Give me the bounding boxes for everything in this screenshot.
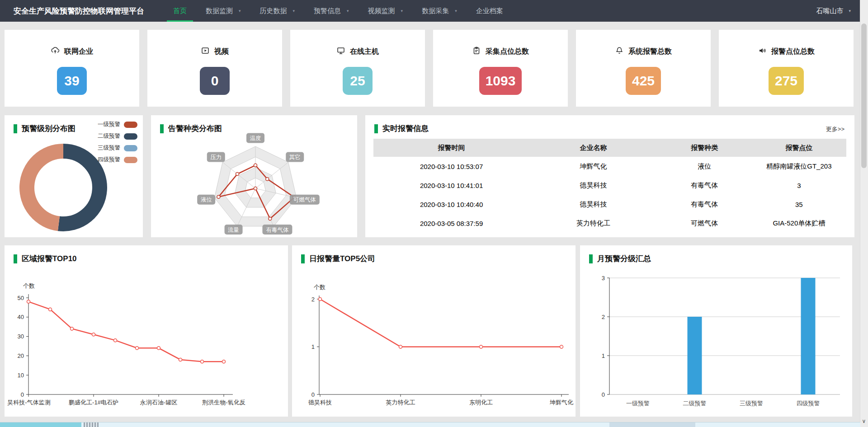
background-window-block [0, 422, 81, 427]
table-row[interactable]: 2020-03-05 08:37:59 英力特化工 可燃气体 GIA-520单体… [373, 214, 846, 233]
stat-title: 报警点位总数 [771, 47, 815, 56]
col-alarm-point: 报警点位 [752, 139, 846, 157]
more-link[interactable]: 更多>> [826, 125, 844, 133]
chevron-down-icon: ▾ [239, 9, 241, 13]
scroll-down-icon[interactable]: ∨ [861, 418, 867, 424]
monitor-icon [336, 46, 345, 57]
alarm-type-panel: 告警种类分布图 温度其它可燃气体有毒气体流量液位压力 [151, 115, 357, 237]
svg-text:0: 0 [602, 391, 605, 398]
svg-text:液位: 液位 [201, 197, 212, 203]
stat-value-badge: 275 [769, 67, 804, 95]
background-window-block [609, 422, 695, 427]
chevron-down-icon: ▾ [347, 9, 349, 13]
nav-item-enterprise-archive[interactable]: 企业档案 [476, 0, 503, 22]
nav-item-data-monitoring[interactable]: 数据监测 ▾ [206, 0, 241, 22]
svg-text:1: 1 [311, 343, 315, 350]
daily-top5-line-chart: 012个数德昊科技英力特化工东明化工坤辉气化 [292, 245, 576, 417]
col-alarm-type: 报警种类 [657, 139, 752, 157]
svg-text:温度: 温度 [250, 135, 261, 141]
stat-value-badge: 425 [626, 67, 661, 95]
legend-item-level1[interactable]: 一级预警 [98, 121, 137, 128]
legend-item-level4[interactable]: 四级预警 [98, 156, 137, 164]
vertical-scrollbar[interactable]: ∨ [860, 0, 868, 427]
svg-text:压力: 压力 [210, 154, 222, 160]
nav-item-video-monitoring[interactable]: 视频监测 ▾ [368, 0, 403, 22]
chevron-down-icon: ▾ [849, 9, 851, 13]
table-row[interactable]: 2020-03-10 10:40:40 德昊科技 有毒气体 35 [373, 195, 846, 214]
legend-swatch [124, 157, 137, 163]
svg-text:二级预警: 二级预警 [683, 400, 707, 407]
background-window-block [84, 422, 99, 427]
legend-swatch [124, 133, 137, 140]
nav-item-warning-info[interactable]: 预警信息 ▾ [314, 0, 349, 22]
green-bar-icon [301, 254, 305, 263]
stat-card-online-hosts: 在线主机 25 [290, 30, 425, 107]
panel-title: 实时报警信息 [374, 123, 429, 134]
stat-value-badge: 1093 [479, 67, 522, 95]
warning-level-panel: 预警级别分布图 一级预警 二级预警 三级预警 四级预警 [5, 115, 143, 237]
stat-title: 联网企业 [64, 47, 93, 56]
legend-swatch [124, 122, 137, 128]
panel-title: 区域报警TOP10 [14, 253, 77, 264]
stat-value-badge: 25 [343, 67, 373, 95]
chevron-down-icon: ▾ [293, 9, 295, 13]
realtime-alarm-panel: 实时报警信息 更多>> 报警时间 企业名称 报警种类 报警点位 2020-03-… [365, 115, 854, 237]
video-icon [201, 46, 210, 57]
bell-icon [615, 46, 624, 57]
panel-title: 告警种类分布图 [160, 123, 222, 134]
stat-card-system-alarms: 系统报警总数 425 [576, 30, 711, 107]
chevron-down-icon: ▾ [455, 9, 457, 13]
monthly-warning-bar-chart: 0123一级预警二级预警三级预警四级预警 [580, 245, 852, 417]
stat-card-videos: 视频 0 [147, 30, 282, 107]
stat-title: 视频 [214, 47, 229, 56]
svg-text:英力特化工: 英力特化工 [386, 399, 415, 406]
nav-item-data-collection[interactable]: 数据采集 ▾ [422, 0, 457, 22]
scrollbar-thumb[interactable] [861, 23, 867, 168]
stat-value-badge: 0 [200, 67, 230, 95]
svg-text:2: 2 [602, 314, 605, 320]
table-header-row: 报警时间 企业名称 报警种类 报警点位 [373, 139, 846, 157]
svg-text:鹏盛化工-1#电石炉: 鹏盛化工-1#电石炉 [69, 399, 118, 406]
chevron-down-icon: ▾ [401, 9, 403, 13]
green-bar-icon [589, 254, 593, 263]
legend-swatch [124, 145, 137, 151]
svg-text:昊科技-气体监测: 昊科技-气体监测 [7, 399, 50, 406]
nav-item-history-data[interactable]: 历史数据 ▾ [260, 0, 295, 22]
svg-text:可燃气体: 可燃气体 [293, 197, 316, 203]
table-row[interactable]: 2020-03-10 10:41:01 德昊科技 有毒气体 3 [373, 176, 846, 195]
stat-card-row: 联网企业 39 视频 0 [5, 30, 854, 107]
green-bar-icon [14, 254, 17, 263]
svg-text:40: 40 [18, 314, 24, 320]
svg-text:10: 10 [18, 372, 24, 379]
svg-text:永润石油-罐区: 永润石油-罐区 [140, 399, 177, 406]
svg-text:个数: 个数 [314, 284, 326, 291]
svg-text:0: 0 [311, 391, 315, 398]
col-company: 企业名称 [529, 139, 657, 157]
region-selector[interactable]: 石嘴山市 ▾ [816, 7, 851, 15]
stat-card-alarm-points: 报警点位总数 275 [719, 30, 854, 107]
svg-text:50: 50 [18, 295, 24, 301]
monthly-warning-panel: 月预警分级汇总 0123一级预警二级预警三级预警四级预警 [580, 245, 852, 417]
stat-title: 在线主机 [350, 47, 379, 56]
legend-item-level3[interactable]: 三级预警 [98, 144, 137, 152]
region-top10-panel: 区域报警TOP10 01020304050个数昊科技-气体监测鹏盛化工-1#电石… [5, 245, 288, 417]
svg-text:一级预警: 一级预警 [626, 400, 650, 407]
svg-text:荆洪生物-氧化反: 荆洪生物-氧化反 [202, 399, 245, 406]
svg-text:流量: 流量 [228, 227, 239, 233]
cloud-upload-icon [51, 46, 60, 57]
dashboard-page: 安全生产风险预警防控物联网管理平台 首页 数据监测 ▾ 历史数据 ▾ 预警信息 … [0, 0, 868, 427]
realtime-alarm-table: 报警时间 企业名称 报警种类 报警点位 2020-03-10 10:53:07 … [373, 139, 846, 233]
main-menu: 首页 数据监测 ▾ 历史数据 ▾ 预警信息 ▾ 视频监测 ▾ 数据采集 ▾ [173, 0, 503, 22]
nav-item-home[interactable]: 首页 [173, 0, 187, 22]
svg-text:德昊科技: 德昊科技 [308, 399, 332, 406]
legend-item-level2[interactable]: 二级预警 [98, 132, 137, 140]
stat-card-connected-enterprises: 联网企业 39 [5, 30, 139, 107]
svg-text:30: 30 [18, 333, 24, 340]
table-row[interactable]: 2020-03-10 10:53:07 坤辉气化 液位 精醇南罐液位GT_203 [373, 157, 846, 176]
stat-value-badge: 39 [57, 67, 87, 95]
region-top10-line-chart: 01020304050个数昊科技-气体监测鹏盛化工-1#电石炉永润石油-罐区荆洪… [5, 245, 288, 417]
col-alarm-time: 报警时间 [373, 139, 529, 157]
svg-text:四级预警: 四级预警 [797, 400, 820, 407]
svg-text:0: 0 [21, 391, 24, 398]
svg-text:其它: 其它 [289, 154, 301, 160]
